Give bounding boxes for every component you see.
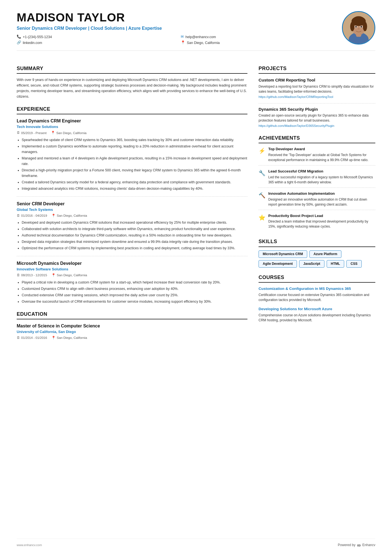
- project-2-desc: Created an open-source security plugin f…: [259, 113, 375, 123]
- job-3-meta: 🗓 08/2013 - 12/2015 📍 San Diego, Califor…: [17, 273, 247, 278]
- summary-text: With over 9 years of hands-on experience…: [17, 77, 247, 99]
- svg-point-11: [355, 26, 357, 28]
- header-info: MADISON TAYLOR Senior Dynamics CRM Devel…: [17, 11, 334, 45]
- bullet: Integrated advanced analytics into CRM s…: [22, 186, 247, 191]
- svg-point-6: [350, 22, 354, 31]
- powered-by-text: Powered by: [338, 543, 355, 547]
- candidate-name: MADISON TAYLOR: [17, 11, 334, 24]
- job-3: Microsoft Dynamics Developer Innovative …: [17, 260, 247, 304]
- footer-brand: Powered by ∞ Enhancv: [338, 542, 375, 549]
- brand-logo-icon: ∞: [357, 542, 361, 549]
- job-2-company: Global Tech Systems: [17, 207, 247, 213]
- achievement-2-icon: 🔧: [259, 169, 266, 185]
- bullet: Developed and deployed custom Dynamics C…: [22, 220, 247, 225]
- project-divider: [259, 103, 375, 103]
- achievement-3-title: Innovative Automation Implementation: [268, 191, 375, 196]
- achievement-1-desc: Received the 'Top Developer' accolade at…: [268, 152, 375, 162]
- bullet: Spearheaded the update of client CRM sys…: [22, 137, 247, 143]
- job-1: Lead Dynamics CRM Engineer Tech Innovate…: [17, 118, 247, 191]
- achievement-1-title: Top Developer Award: [268, 147, 375, 152]
- achievement-3-content: Innovative Automation Implementation Des…: [268, 191, 375, 207]
- footer: www.enhancv.com Powered by ∞ Enhancv: [17, 539, 375, 549]
- calendar-icon: 🗓: [17, 213, 20, 218]
- bullet: Collaborated with solution architects to…: [22, 226, 247, 232]
- svg-point-7: [363, 22, 367, 31]
- job-3-bullets: Played a critical role in developing a c…: [17, 280, 247, 304]
- bullet: Managed and mentored a team of 4 develop…: [22, 156, 247, 167]
- bullet: Played a critical role in developing a c…: [22, 280, 247, 285]
- achievements-section: ACHIEVEMENTS ⚡ Top Developer Award Recei…: [259, 134, 375, 232]
- achievement-4-desc: Directed a team initiative that improved…: [268, 219, 375, 229]
- achievement-1: ⚡ Top Developer Award Received the 'Top …: [259, 147, 375, 166]
- location-text: San Diego, California: [187, 40, 220, 45]
- job-1-dates: 🗓 05/2019 - Present: [17, 130, 46, 135]
- linkedin-icon: 🔗: [17, 40, 21, 45]
- job-2-bullets: Developed and deployed custom Dynamics C…: [17, 220, 247, 251]
- projects-section: PROJECTS Custom CRM Reporting Tool Devel…: [259, 65, 375, 128]
- right-column: PROJECTS Custom CRM Reporting Tool Devel…: [259, 59, 375, 340]
- project-1: Custom CRM Reporting Tool Developed a re…: [259, 77, 375, 99]
- resume-page: MADISON TAYLOR Senior Dynamics CRM Devel…: [0, 0, 392, 555]
- courses-title: COURSES: [259, 274, 375, 283]
- bullet: Customized Dynamics CRM to align with cl…: [22, 286, 247, 292]
- contact-email: ✉ help@enhancv.com: [181, 34, 334, 40]
- pin-icon: 📍: [51, 273, 56, 278]
- phone-icon: 📞: [17, 34, 21, 40]
- contact-location: 📍 San Diego, California: [181, 40, 334, 45]
- bullet: Authored technical documentation for Dyn…: [22, 233, 247, 238]
- education-section: EDUCATION Master of Science in Computer …: [17, 310, 247, 341]
- calendar-icon: 🗓: [17, 336, 20, 340]
- achievement-2-content: Lead Successful CRM Migration Led the su…: [268, 169, 375, 185]
- course-1-desc: Certification course focused on extensiv…: [259, 292, 375, 302]
- pin-icon: 📍: [51, 213, 56, 218]
- project-1-name: Custom CRM Reporting Tool: [259, 77, 375, 83]
- projects-title: PROJECTS: [259, 65, 375, 74]
- job-divider: [17, 256, 247, 256]
- phone-text: +1-(234)-555-1234: [23, 34, 52, 40]
- left-column: SUMMARY With over 9 years of hands-on ex…: [17, 59, 247, 340]
- course-1-name: Customization & Configuration in MS Dyna…: [259, 286, 375, 292]
- course-2-name: Developing Solutions for Microsoft Azure: [259, 306, 375, 312]
- footer-website: www.enhancv.com: [17, 543, 42, 547]
- skill-3: JavaScript: [299, 260, 324, 268]
- summary-title: SUMMARY: [17, 65, 247, 74]
- email-text: help@enhancv.com: [185, 34, 216, 40]
- education-title: EDUCATION: [17, 310, 247, 319]
- edu-school: University of California, San Diego: [17, 329, 247, 335]
- job-2: Senior CRM Developer Global Tech Systems…: [17, 201, 247, 251]
- courses-section: COURSES Customization & Configuration in…: [259, 274, 375, 322]
- job-3-company: Innovative Software Solutions: [17, 267, 247, 272]
- project-1-desc: Developed a reporting tool for Dynamics …: [259, 84, 375, 94]
- location-icon: 📍: [181, 40, 185, 45]
- main-content: SUMMARY With over 9 years of hands-on ex…: [17, 59, 375, 340]
- job-1-meta: 🗓 05/2019 - Present 📍 San Diego, Califor…: [17, 130, 247, 135]
- achievement-3-icon: 🔨: [259, 191, 266, 207]
- avatar: [342, 11, 375, 45]
- skill-5: CSS: [346, 260, 362, 268]
- bullet: Optimized the performance of CRM systems…: [22, 245, 247, 251]
- svg-point-8: [353, 16, 364, 23]
- job-1-company: Tech Innovate Solutions: [17, 124, 247, 130]
- bullet: Oversaw the successful launch of CRM enh…: [22, 299, 247, 304]
- job-2-title: Senior CRM Developer: [17, 201, 247, 207]
- pin-icon: 📍: [51, 336, 56, 340]
- project-2-link: https://github.com/MadisonTaylor/D365Sec…: [259, 124, 375, 128]
- bullet: Directed a high-priority migration proje…: [22, 167, 247, 179]
- job-3-dates: 🗓 08/2013 - 12/2015: [17, 273, 47, 278]
- job-2-meta: 🗓 01/2016 - 04/2019 📍 San Diego, Califor…: [17, 213, 247, 218]
- summary-section: SUMMARY With over 9 years of hands-on ex…: [17, 65, 247, 99]
- skill-4: HTML: [327, 260, 344, 268]
- edu-dates: 🗓 01/2014 - 01/2016: [17, 336, 47, 340]
- project-2-name: Dynamics 365 Security Plugin: [259, 106, 375, 112]
- experience-section: EXPERIENCE Lead Dynamics CRM Engineer Te…: [17, 105, 247, 304]
- candidate-title: Senior Dynamics CRM Developer | Cloud So…: [17, 25, 334, 31]
- job-3-location: 📍 San Diego, California: [51, 273, 87, 278]
- skills-grid: Microsoft Dynamics CRM Azure Platform Ag…: [259, 250, 375, 268]
- achievement-2: 🔧 Lead Successful CRM Migration Led the …: [259, 169, 375, 188]
- contact-phone: 📞 +1-(234)-555-1234: [17, 34, 170, 40]
- experience-title: EXPERIENCE: [17, 105, 247, 114]
- achievement-4: ⭐ Productivity Boost Project Lead Direct…: [259, 213, 375, 232]
- skill-0: Microsoft Dynamics CRM: [259, 250, 307, 258]
- edu-location: 📍 San Diego, California: [51, 336, 87, 340]
- edu-meta: 🗓 01/2014 - 01/2016 📍 San Diego, Califor…: [17, 336, 247, 340]
